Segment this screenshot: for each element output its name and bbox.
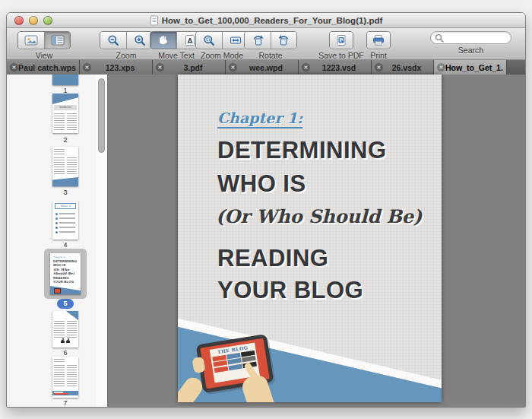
tab-close-icon[interactable]: ✕ <box>83 63 91 71</box>
mini-blue-wedge <box>52 94 78 104</box>
tab-close-icon[interactable]: ✕ <box>10 63 18 71</box>
pdf-page: Chapter 1: DETERMINING WHO IS (Or Who Sh… <box>178 75 442 402</box>
search-field[interactable] <box>430 31 511 44</box>
thumbnail-page-5[interactable]: Chapter 1: DETERMINING WHO IS (Or Who Sh… <box>50 253 81 294</box>
rotate-right-icon <box>252 34 264 46</box>
window-title: How_to_Get_100,000_Readers_For_Your_Blog… <box>162 16 383 25</box>
mini-blue-wedge <box>52 177 78 186</box>
mini-people-icons <box>52 332 78 346</box>
print-button[interactable] <box>367 32 390 49</box>
page-heading-line1: DETERMINING <box>217 137 387 164</box>
mini-heading: (Or Who Should Be) <box>53 268 81 276</box>
mini-blue-wedge <box>63 311 78 320</box>
chapter-label: Chapter 1: <box>217 110 302 129</box>
save-pdf-group: P Save to PDF <box>317 31 366 60</box>
minimize-window-button[interactable] <box>29 16 38 25</box>
tab-close-icon[interactable]: ✕ <box>156 63 164 71</box>
close-window-button[interactable] <box>14 16 24 25</box>
thumbnail-page-7[interactable] <box>52 357 78 398</box>
rotate-left-icon <box>278 34 290 46</box>
tab-wee-wpd[interactable]: ✕ wee.wpd <box>226 60 299 75</box>
thumbnail-page-4[interactable]: Table of Contents <box>52 202 78 240</box>
zoom-mode-group: Zoom Mode <box>195 31 249 60</box>
view-sidebar-button[interactable] <box>44 32 70 49</box>
tab-how-to-get[interactable]: ✕ How_to_Get_1... <box>434 60 507 75</box>
tab-label: 1223.vsd <box>310 63 368 72</box>
search-label: Search <box>430 46 511 55</box>
thumbnail-page-6[interactable] <box>52 311 78 348</box>
zoom-in-button[interactable] <box>126 32 152 49</box>
title-bar[interactable]: How_to_Get_100,000_Readers_For_Your_Blog… <box>7 13 525 28</box>
page-number: 6 <box>52 349 78 357</box>
tab-3-pdf[interactable]: ✕ 3.pdf <box>153 60 226 75</box>
mini-tablet-graphic <box>54 288 61 294</box>
print-group: Print <box>363 31 394 60</box>
print-label: Print <box>363 51 394 60</box>
save-to-pdf-button[interactable]: P <box>330 32 353 49</box>
scrollbar-thumb[interactable] <box>98 78 105 153</box>
zoom-out-icon <box>107 34 119 46</box>
tab-label: 3.pdf <box>164 63 222 72</box>
fit-width-icon <box>230 34 242 46</box>
document-icon <box>150 15 159 26</box>
tab-label: Paul catch.wps <box>18 63 76 72</box>
svg-text:P: P <box>340 37 344 43</box>
view-label: View <box>17 51 71 60</box>
zoom-out-button[interactable] <box>100 32 126 49</box>
thumbnail-sidebar: 1 Introduction 2 3 Table of <box>7 75 96 407</box>
move-tool-button[interactable] <box>150 32 176 49</box>
zoom-window-button[interactable] <box>43 16 52 25</box>
zoom-mode-label: Zoom Mode <box>195 51 249 60</box>
tab-close-icon[interactable]: ✕ <box>375 63 383 71</box>
print-icon <box>372 34 385 46</box>
tab-paul-catch[interactable]: ✕ Paul catch.wps <box>7 60 80 75</box>
tab-close-icon[interactable]: ✕ <box>229 63 237 71</box>
page-heading-line3: READING <box>217 245 328 272</box>
page-heading-line4: YOUR BLOG <box>217 277 363 304</box>
page-subheading: (Or Who Should Be) <box>216 205 422 227</box>
thumbnail-page-1[interactable] <box>52 75 78 85</box>
hand-icon <box>157 34 169 46</box>
sidebar-scrollbar <box>96 75 108 407</box>
mini-chapter: Chapter 1: <box>53 256 81 259</box>
tab-1223-vsd[interactable]: ✕ 1223.vsd <box>299 60 372 75</box>
page-number: 2 <box>52 136 78 144</box>
pdf-reader-window: How_to_Get_100,000_Readers_For_Your_Blog… <box>6 12 526 408</box>
traffic-lights <box>14 16 52 25</box>
page-heading-line2: WHO IS <box>217 170 306 198</box>
svg-text:A: A <box>187 37 192 45</box>
search-input[interactable] <box>444 33 507 42</box>
mini-intro-title: Introduction <box>54 105 77 110</box>
page-number: 3 <box>52 189 78 196</box>
tab-close-icon[interactable]: ✕ <box>302 63 310 71</box>
zoom-group: Zoom <box>100 31 153 60</box>
view-group: View <box>17 31 71 60</box>
mini-heading: YOUR BLOG <box>53 280 81 284</box>
toolbar: View Zoom A Move Text <box>7 28 525 60</box>
zoom-in-icon <box>134 34 146 46</box>
thumbnail-page-3[interactable] <box>52 147 78 186</box>
rotate-right-button[interactable] <box>245 32 271 49</box>
mini-blue-band <box>52 391 78 395</box>
tab-label: How_to_Get_1... <box>445 63 503 72</box>
tab-26-vsdx[interactable]: ✕ 26.vsdx <box>372 60 434 75</box>
search-icon <box>435 33 444 43</box>
rotate-label: Rotate <box>244 51 297 60</box>
zoom-label: Zoom <box>100 51 153 60</box>
tab-123-xps[interactable]: ✕ 123.xps <box>80 60 153 75</box>
search-group: Search <box>430 31 511 55</box>
marquee-zoom-button[interactable] <box>196 32 222 49</box>
tab-label: wee.wpd <box>237 63 295 72</box>
save-to-pdf-label: Save to PDF <box>317 51 366 60</box>
thumbnail-page-2[interactable]: Introduction <box>52 94 78 133</box>
rotate-left-button[interactable] <box>271 32 296 49</box>
rotate-group: Rotate <box>244 31 297 60</box>
sidebar-view-icon <box>51 35 65 46</box>
tab-label: 123.xps <box>91 63 149 72</box>
tab-close-icon[interactable]: ✕ <box>437 63 445 71</box>
view-single-page-button[interactable] <box>18 32 44 49</box>
marquee-zoom-icon <box>203 34 215 46</box>
page-number: 4 <box>52 241 78 249</box>
tab-bar: ✕ Paul catch.wps ✕ 123.xps ✕ 3.pdf ✕ wee… <box>7 60 525 75</box>
content-area: 1 Introduction 2 3 Table of <box>7 75 525 407</box>
